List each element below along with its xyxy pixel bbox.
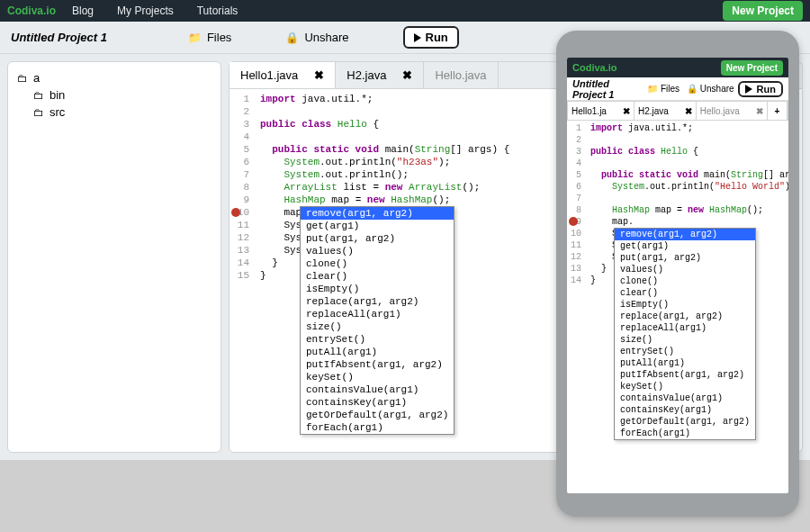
lock-icon: 🔒: [687, 84, 698, 94]
autocomplete-popup[interactable]: remove(arg1, arg2)get(arg1)put(arg1, arg…: [300, 206, 454, 435]
autocomplete-item[interactable]: putIfAbsent(arg1, arg2): [615, 369, 755, 381]
tree-root-label: a: [33, 71, 40, 85]
autocomplete-item[interactable]: get(arg1): [615, 240, 755, 252]
phone-project-title: Untitled Project 1: [572, 78, 640, 100]
files-label: Files: [207, 31, 231, 44]
error-marker-icon: [231, 208, 240, 217]
unshare-label: Unshare: [304, 31, 348, 44]
autocomplete-item[interactable]: putAll(arg1): [615, 357, 755, 369]
autocomplete-item[interactable]: containsKey(arg1): [301, 396, 454, 409]
autocomplete-item[interactable]: forEach(arg1): [615, 428, 755, 439]
autocomplete-item[interactable]: size(): [615, 334, 755, 346]
tab-label: H2.java: [346, 68, 386, 82]
phone-mockup: Codiva.io New Project Untitled Project 1…: [556, 31, 799, 517]
editor-tab[interactable]: Hello.java: [424, 62, 498, 88]
new-project-button[interactable]: New Project: [723, 1, 803, 21]
top-nav: Codiva.io Blog My Projects Tutorials New…: [0, 0, 810, 22]
run-label: Run: [426, 31, 448, 44]
autocomplete-item[interactable]: get(arg1): [301, 220, 454, 232]
run-button[interactable]: Run: [403, 26, 459, 49]
phone-line-gutter: 1234567891011121314: [567, 122, 587, 286]
editor-tab[interactable]: Hello1.ja✖: [568, 102, 634, 120]
tab-label: Hello.java: [700, 106, 740, 116]
project-title: Untitled Project 1: [11, 31, 107, 44]
phone-run-button[interactable]: Run: [738, 81, 783, 97]
phone-files-button[interactable]: 📁 Files: [647, 84, 680, 94]
phone-toolbar: Untitled Project 1 📁 Files 🔒 Unshare Run: [567, 77, 788, 101]
autocomplete-item[interactable]: replace(arg1, arg2): [615, 311, 755, 322]
autocomplete-item[interactable]: put(arg1, arg2): [615, 252, 755, 264]
close-icon[interactable]: ✖: [623, 106, 630, 116]
play-icon: [745, 85, 752, 94]
editor-tab[interactable]: H2.java✖: [634, 102, 697, 120]
lock-icon: 🔒: [285, 32, 299, 44]
nav-link-blog[interactable]: Blog: [72, 5, 94, 17]
phone-editor-tabs: Hello1.ja✖H2.java✖Hello.java✖+: [567, 101, 788, 121]
autocomplete-item[interactable]: remove(arg1, arg2): [615, 229, 755, 240]
folder-icon: 📁: [188, 32, 202, 44]
autocomplete-item[interactable]: clear(): [301, 270, 454, 283]
autocomplete-item[interactable]: clone(): [615, 275, 755, 287]
phone-top-nav: Codiva.io New Project: [567, 58, 788, 77]
phone-error-marker-icon: [569, 217, 578, 226]
autocomplete-item[interactable]: remove(arg1, arg2): [301, 207, 454, 220]
close-icon[interactable]: ✖: [685, 106, 692, 116]
autocomplete-item[interactable]: forEach(arg1): [301, 421, 454, 434]
autocomplete-item[interactable]: putAll(arg1): [301, 346, 454, 358]
editor-tab[interactable]: Hello1.java✖: [230, 62, 336, 88]
autocomplete-item[interactable]: clear(): [615, 287, 755, 299]
autocomplete-item[interactable]: values(): [301, 245, 454, 257]
autocomplete-item[interactable]: clone(): [301, 257, 454, 270]
autocomplete-item[interactable]: containsKey(arg1): [615, 404, 755, 416]
unshare-button[interactable]: 🔒 Unshare: [285, 31, 348, 44]
editor-tab[interactable]: H2.java✖: [336, 62, 424, 88]
nav-link-tutorials[interactable]: Tutorials: [197, 5, 238, 17]
phone-unshare-button[interactable]: 🔒 Unshare: [687, 84, 734, 94]
autocomplete-item[interactable]: keySet(): [615, 381, 755, 392]
autocomplete-item[interactable]: putIfAbsent(arg1, arg2): [301, 358, 454, 371]
autocomplete-item[interactable]: entrySet(): [301, 333, 454, 346]
autocomplete-item[interactable]: containsValue(arg1): [301, 383, 454, 396]
tab-label: H2.java: [638, 106, 669, 116]
file-tree: 🗀 a 🗀 bin 🗀 src: [7, 61, 221, 453]
autocomplete-item[interactable]: values(): [615, 264, 755, 275]
autocomplete-item[interactable]: keySet(): [301, 371, 454, 383]
tree-item-label: bin: [50, 88, 65, 102]
line-gutter: 123456789101112131415: [230, 93, 255, 282]
phone-autocomplete-popup[interactable]: remove(arg1, arg2)get(arg1)put(arg1, arg…: [614, 228, 756, 440]
phone-new-project-button[interactable]: New Project: [721, 60, 783, 76]
folder-open-icon: 🗀: [17, 72, 28, 85]
autocomplete-item[interactable]: put(arg1, arg2): [301, 232, 454, 245]
folder-icon: 🗀: [33, 106, 44, 119]
close-icon[interactable]: ✖: [314, 68, 324, 82]
phone-code-editor[interactable]: 1234567891011121314 import java.util.*; …: [567, 121, 788, 493]
autocomplete-item[interactable]: getOrDefault(arg1, arg2): [615, 416, 755, 428]
phone-brand-logo[interactable]: Codiva.io: [572, 62, 617, 73]
tab-label: Hello.java: [435, 68, 486, 82]
nav-link-myprojects[interactable]: My Projects: [117, 5, 174, 17]
close-icon[interactable]: ✖: [402, 68, 412, 82]
folder-icon: 🗀: [33, 89, 44, 102]
autocomplete-item[interactable]: replaceAll(arg1): [301, 308, 454, 320]
files-button[interactable]: 📁 Files: [188, 31, 231, 44]
autocomplete-item[interactable]: replace(arg1, arg2): [301, 295, 454, 308]
brand-logo[interactable]: Codiva.io: [7, 5, 56, 17]
folder-icon: 📁: [647, 84, 658, 94]
tree-item-src[interactable]: 🗀 src: [33, 104, 212, 121]
tree-root[interactable]: 🗀 a: [17, 69, 212, 86]
autocomplete-item[interactable]: isEmpty(): [301, 283, 454, 295]
editor-tab[interactable]: Hello.java✖: [697, 102, 768, 120]
play-icon: [414, 33, 421, 42]
new-tab-button[interactable]: +: [768, 102, 788, 120]
autocomplete-item[interactable]: size(): [301, 320, 454, 333]
autocomplete-item[interactable]: containsValue(arg1): [615, 392, 755, 404]
autocomplete-item[interactable]: getOrDefault(arg1, arg2): [301, 409, 454, 421]
tab-label: Hello1.ja: [572, 106, 607, 116]
autocomplete-item[interactable]: replaceAll(arg1): [615, 322, 755, 334]
tree-item-bin[interactable]: 🗀 bin: [33, 86, 212, 104]
autocomplete-item[interactable]: entrySet(): [615, 346, 755, 357]
tab-label: Hello1.java: [240, 68, 298, 82]
close-icon[interactable]: ✖: [756, 106, 763, 116]
autocomplete-item[interactable]: isEmpty(): [615, 299, 755, 311]
tree-item-label: src: [50, 105, 65, 119]
